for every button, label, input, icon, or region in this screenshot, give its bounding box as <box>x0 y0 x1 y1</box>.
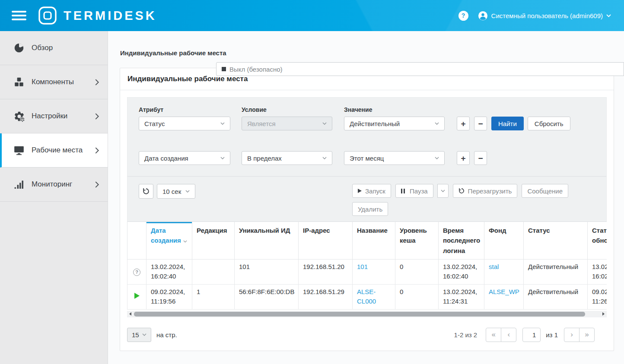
chevron-down-icon <box>322 157 327 159</box>
last-login-cell: 13.02.2024, 16:02:40 <box>439 259 484 284</box>
chevron-down-icon <box>142 333 146 336</box>
message-button[interactable]: Сообщение <box>522 184 568 198</box>
condition-label: Условие <box>242 106 332 113</box>
column-name[interactable]: Название <box>353 222 395 260</box>
delete-label: Удалить <box>358 206 382 213</box>
termidesk-logo-icon <box>38 6 57 25</box>
prev-page-button[interactable]: ‹ <box>501 328 516 342</box>
remove-filter-button[interactable]: − <box>474 117 487 130</box>
sidebar-item-monitoring[interactable]: Мониторинг <box>0 168 108 202</box>
chevron-down-icon <box>322 122 327 125</box>
sidebar-item-label: Мониторинг <box>32 180 72 189</box>
column-update-status[interactable]: Статус обновления <box>588 222 607 260</box>
pool-link[interactable]: ALSE_WP <box>489 288 519 295</box>
column-revision[interactable]: Редакция <box>192 222 235 260</box>
state-cell: ? <box>127 259 146 284</box>
pool-cell: ALSE_WP <box>484 284 524 309</box>
workplace-link[interactable]: 101 <box>357 263 368 270</box>
column-ip[interactable]: IP-адрес <box>299 222 353 260</box>
help-icon[interactable]: ? <box>458 11 468 21</box>
attribute-select[interactable]: Дата создания <box>139 151 230 165</box>
name-cell: ALSE-CL000 <box>353 284 395 309</box>
column-last-login[interactable]: Время последнего логина <box>439 222 484 260</box>
brand-title: TERMIDESK <box>64 9 157 23</box>
first-page-button[interactable]: « <box>486 328 501 342</box>
sidebar-item-label: Обзор <box>32 44 53 52</box>
page-size-select[interactable]: 15 <box>127 328 151 342</box>
scrollbar-thumb[interactable] <box>134 312 585 317</box>
cache-cell: 0 <box>395 284 439 309</box>
reboot-button[interactable]: Перезагрузить <box>453 184 518 198</box>
next-page-button[interactable]: › <box>564 328 579 342</box>
scroll-right-arrow-icon[interactable] <box>602 312 605 316</box>
range-label: 1-2 из 2 <box>454 331 478 339</box>
sidebar-item-settings[interactable]: Настройки <box>0 99 108 133</box>
add-filter-button[interactable]: + <box>457 117 470 130</box>
pool-cell: stal <box>484 259 524 284</box>
refresh-interval-select[interactable]: 10 сек <box>157 184 195 199</box>
column-pool[interactable]: Фонд <box>484 222 524 260</box>
state-cell <box>127 284 146 309</box>
workplace-link[interactable]: ALSE-CL000 <box>357 288 376 305</box>
poweroff-button[interactable]: Выкл (безопасно) <box>216 62 624 76</box>
sidebar: Обзор Компоненты Настройки <box>0 31 108 364</box>
add-filter-button[interactable]: + <box>457 151 470 165</box>
created-cell: 09.02.2024, 11:19:56 <box>146 284 192 309</box>
sidebar-item-components[interactable]: Компоненты <box>0 65 108 99</box>
pause-icon <box>401 189 406 193</box>
pause-label: Пауза <box>410 187 428 195</box>
column-uid[interactable]: Уникальный ИД <box>235 222 299 260</box>
search-button[interactable]: Найти <box>491 117 524 130</box>
user-avatar-icon <box>478 11 488 21</box>
page-input[interactable] <box>522 328 541 342</box>
sidebar-item-workplaces[interactable]: Рабочие места <box>0 133 108 168</box>
remove-filter-button[interactable]: − <box>474 151 487 165</box>
user-name: Системный пользователь (admin609) <box>491 12 603 19</box>
main-content: Индивидуальные рабочие места Индивидуаль… <box>108 31 624 364</box>
start-button[interactable]: Запуск <box>352 184 391 198</box>
delete-button[interactable]: Удалить <box>352 202 388 216</box>
value-label: Значение <box>344 106 445 113</box>
scroll-left-arrow-icon[interactable] <box>129 312 131 316</box>
column-cache[interactable]: Уровень кеша <box>395 222 439 260</box>
last-login-cell: 13.02.2024, 11:24:31 <box>439 284 484 309</box>
last-page-button[interactable]: » <box>579 328 595 342</box>
pool-link[interactable]: stal <box>489 263 499 270</box>
user-menu[interactable]: Системный пользователь (admin609) <box>478 11 611 21</box>
update-status-cell: 09.02.2024, 11:26 <box>588 284 607 309</box>
value-select[interactable]: Этот месяц <box>344 151 445 165</box>
bar-chart-icon <box>12 179 26 190</box>
interval-value: 10 сек <box>162 188 181 195</box>
horizontal-scrollbar[interactable] <box>127 311 607 317</box>
chevron-down-icon <box>441 190 445 192</box>
column-icon <box>127 222 146 260</box>
poweroff-dropdown-toggle[interactable] <box>437 184 449 198</box>
value-select[interactable]: Действительный <box>344 117 445 130</box>
condition-select[interactable]: В пределах <box>242 151 332 165</box>
stop-icon <box>222 67 226 71</box>
refresh-icon <box>458 188 465 194</box>
uid-cell: 101 <box>235 259 299 284</box>
refresh-button[interactable] <box>139 184 153 199</box>
reset-button[interactable]: Сбросить <box>528 117 570 130</box>
breadcrumb: Индивидуальные рабочие места <box>120 49 624 57</box>
attribute-select[interactable]: Статус <box>139 117 230 130</box>
chevron-down-icon <box>220 122 225 125</box>
table-header-row: Дата создания Редакция Уникальный ИД IP-… <box>127 222 607 260</box>
sidebar-item-overview[interactable]: Обзор <box>0 31 108 65</box>
poweroff-split-button: Выкл (безопасно) <box>438 184 449 198</box>
pause-button[interactable]: Пауза <box>395 184 433 198</box>
components-icon <box>12 76 26 88</box>
column-status[interactable]: Статус <box>524 222 588 260</box>
status-cell: Действительный <box>524 259 588 284</box>
table-row: ? 13.02.2024, 16:02:40 101 192.168.51.20… <box>127 259 607 284</box>
column-created[interactable]: Дата создания <box>146 222 192 260</box>
status-cell: Действительный <box>524 284 588 309</box>
chevron-down-icon <box>220 157 225 159</box>
update-status-cell: 13.02.2024, 16:02 <box>588 259 607 284</box>
start-label: Запуск <box>365 187 385 195</box>
hamburger-menu-icon[interactable] <box>12 9 26 22</box>
uid-cell: 56:6F:8F:6E:00:DB <box>235 284 299 309</box>
condition-select[interactable]: Является <box>242 117 332 130</box>
ip-cell: 192.168.51.20 <box>299 259 353 284</box>
